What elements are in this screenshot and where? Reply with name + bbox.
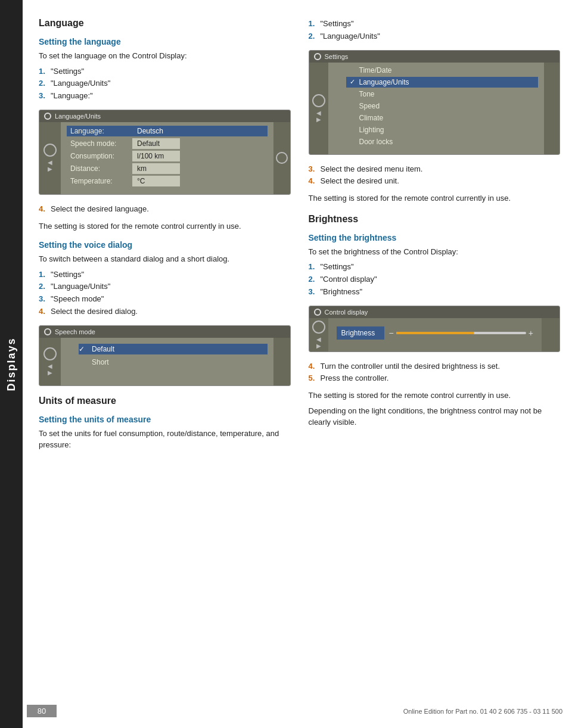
panel-nav-right [273, 122, 290, 194]
brightness-steps: 1."Settings" 2."Control display" 3."Brig… [309, 261, 561, 298]
speech-row-default: ✓ Default [79, 344, 268, 354]
step-2: 2."Language/Units" [39, 77, 291, 90]
bright-step-3: 3."Brightness" [309, 286, 561, 298]
units-section-title: Units of measure [39, 396, 291, 406]
nav-right-circle [276, 152, 288, 164]
brightness-row: Brightness − + [337, 326, 534, 340]
settings-row-lighting: Lighting [346, 125, 539, 135]
vd-step-3: 3."Speech mode" [39, 293, 291, 306]
speech-panel-header: Speech mode [39, 326, 290, 338]
language-section-title: Language [39, 18, 291, 29]
units-step-1: 1."Settings" [309, 18, 561, 30]
lang-row-distance: Distance: km [67, 163, 268, 174]
nav-circle-speech [43, 347, 57, 360]
vd-step-1: 1."Settings" [39, 269, 291, 281]
brightness-fill [396, 332, 474, 334]
units-steps-list: 1."Settings" 2."Language/Units" [309, 18, 561, 43]
settings-nav-right [544, 63, 559, 154]
settings-menu-list: Time/Date ✓ Language/Units Tone Spee [328, 63, 545, 154]
footer-text: Online Edition for Part no. 01 40 2 606 … [403, 708, 572, 715]
brightness-label: Brightness [337, 326, 384, 340]
bright-step-2: 2."Control display" [309, 273, 561, 286]
lang-row-temperature: Temperature: °C [67, 176, 268, 186]
step-1: 1."Settings" [39, 66, 291, 78]
settings-panel-title: Settings [325, 53, 349, 60]
voice-dialog-intro: To switch between a standard dialog and … [39, 253, 291, 265]
bright-step-1: 1."Settings" [309, 261, 561, 273]
nav-circle-ctrl [312, 321, 325, 334]
gear-icon-control [314, 309, 321, 316]
brightness-after-steps: 4.Turn the controller until the desired … [309, 360, 561, 385]
panel-title: Language/Units [55, 113, 101, 120]
settings-row-doorlocks: Door locks [346, 136, 539, 147]
control-display-nav-left: ◀ ▶ [309, 318, 328, 351]
brightness-intro: To set the brightness of the Control Dis… [309, 246, 561, 258]
settings-row-speed: Speed [346, 101, 539, 111]
lang-row-consumption: Consumption: l/100 km [67, 151, 268, 161]
language-note: The setting is stored for the remote con… [39, 220, 291, 232]
bright-after-step-4: 4.Turn the controller until the desired … [309, 360, 561, 373]
settings-panel-body: ◀ ▶ Time/Date ✓ Language/Units [309, 63, 560, 154]
side-tab-label: Displays [5, 337, 18, 391]
brightness-note1: The setting is stored for the remote con… [309, 390, 561, 402]
brightness-panel-content: Brightness − + [328, 318, 542, 351]
voice-dialog-section: Setting the voice dialog To switch betwe… [39, 240, 291, 386]
setting-language-section: Setting the language To set the language… [39, 37, 291, 232]
speech-mode-panel: Speech mode ◀ ▶ ✓ Default [39, 325, 291, 386]
brightness-section-title: Brightness [309, 214, 561, 225]
nav-left-speech: ◀ [48, 363, 52, 369]
brightness-slider: − + [389, 328, 534, 338]
gear-icon-speech [44, 328, 51, 335]
setting-language-step4: 4.Select the desired language. [39, 203, 291, 216]
page-footer: 80 Online Edition for Part no. 01 40 2 6… [0, 705, 572, 717]
speech-row-short: Short [79, 357, 268, 368]
units-note: The setting is stored for the remote con… [309, 192, 561, 204]
left-column: Language Setting the language To set the… [39, 18, 291, 455]
nav-left-arrow: ◀ [48, 159, 52, 166]
brightness-minus-icon: − [389, 328, 394, 338]
control-display-panel: Control display ◀ ▶ Brightness [309, 306, 561, 352]
units-after-steps: 3.Select the desired menu item. 4.Select… [309, 163, 561, 188]
nav-arrows: ◀ ▶ [48, 159, 52, 172]
control-display-header: Control display [309, 306, 560, 318]
units-after-step-4: 4.Select the desired unit. [309, 175, 561, 188]
side-tab: Displays [0, 0, 23, 728]
vd-step-2: 2."Language/Units" [39, 281, 291, 293]
speech-table: ✓ Default Short [61, 338, 273, 385]
brightness-section: Brightness Setting the brightness To set… [309, 214, 561, 428]
vd-step-4: 4.Select the desired dialog. [39, 306, 291, 318]
settings-row-language: ✓ Language/Units [346, 77, 539, 88]
panel-header: Language/Units [39, 110, 290, 122]
units-intro: To set the units for fuel consumption, r… [39, 428, 291, 451]
panel-body: ◀ ▶ Language: Deutsch Speech mode: Defau… [39, 122, 290, 194]
nav-right-arrow: ▶ [48, 166, 52, 172]
control-nav-right [542, 318, 559, 351]
brightness-plus-icon: + [529, 328, 533, 338]
right-column: 1."Settings" 2."Language/Units" Settings… [309, 18, 561, 455]
settings-nav-circle [312, 94, 325, 107]
settings-nav-left: ◀ ▶ [309, 63, 328, 154]
bright-after-step-5: 5.Press the controller. [309, 372, 561, 385]
units-subtitle: Setting the units of measure [39, 415, 291, 424]
settings-nav-arrows: ◀ ▶ [316, 110, 321, 123]
setting-language-steps: 1."Settings" 2."Language/Units" 3."Langu… [39, 66, 291, 102]
speech-nav-left: ◀ ▶ [39, 338, 61, 385]
settings-panel-header: Settings [309, 51, 560, 63]
step-3: 3."Language:" [39, 90, 291, 102]
voice-dialog-title: Setting the voice dialog [39, 240, 291, 250]
nav-arrows-ctrl: ◀ ▶ [316, 336, 321, 349]
units-steps-right: 1."Settings" 2."Language/Units" Settings… [309, 18, 561, 204]
settings-row-timedate: Time/Date [346, 65, 539, 76]
settings-row-tone: Tone [346, 89, 539, 99]
settings-row-climate: Climate [346, 113, 539, 123]
setting-language-title: Setting the language [39, 37, 291, 46]
lang-row-language: Language: Deutsch [67, 126, 268, 136]
language-table: Language: Deutsch Speech mode: Default C… [61, 122, 273, 194]
step-4: 4.Select the desired language. [39, 203, 291, 216]
units-measure-section: Units of measure Setting the units of me… [39, 396, 291, 451]
nav-circle [43, 144, 57, 157]
lang-row-speech: Speech mode: Default [67, 138, 268, 149]
units-step-2: 2."Language/Units" [309, 30, 561, 43]
speech-nav-right [273, 338, 290, 385]
nav-right-speech: ▶ [48, 369, 52, 376]
